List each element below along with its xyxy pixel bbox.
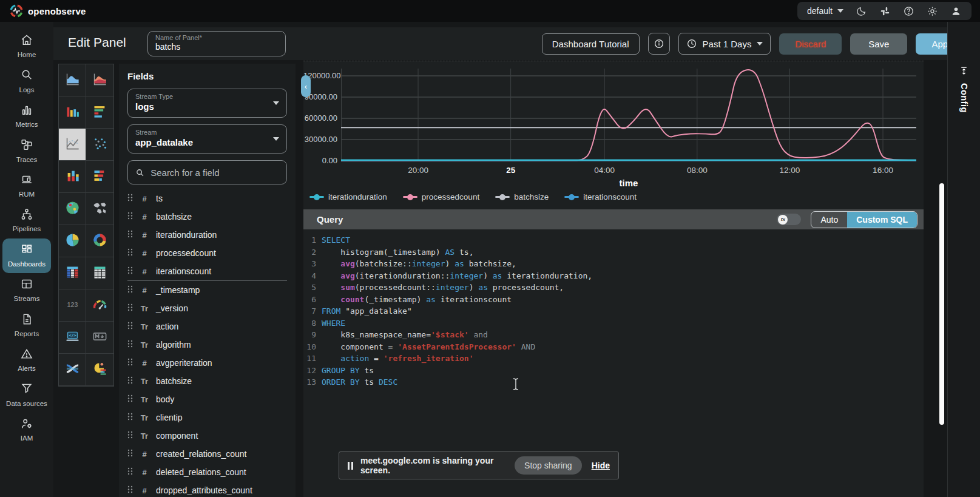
slack-icon[interactable] [879,5,891,17]
field-search-input[interactable] [150,167,279,178]
legend-item-batchsize[interactable]: batchsize [495,192,549,201]
discard-button[interactable]: Discard [779,33,842,55]
query-mode-custom-sql[interactable]: Custom SQL [847,212,917,228]
drag-handle-icon [127,321,133,332]
line-number: 10 [303,341,322,353]
drag-handle-icon [127,285,133,296]
field-item-batchsize[interactable]: Tr batchsize [127,372,287,390]
stream-select[interactable]: Stream app_datalake [127,124,287,154]
scatter-chart-icon [92,135,108,154]
help-icon[interactable] [903,5,914,17]
chart-type-bar[interactable] [59,96,86,129]
field-item-avgperiteration[interactable]: # avgperiteration [127,354,287,372]
field-item-algorithm[interactable]: Tr algorithm [127,336,287,354]
profile-icon[interactable] [950,5,962,17]
chart-type-h-stacked[interactable] [86,161,113,193]
chart-type-geomap[interactable] [59,193,86,225]
stop-sharing-button[interactable]: Stop sharing [515,456,582,475]
config-panel-tab[interactable]: Config [947,22,980,497]
chart-type-sankey[interactable] [59,354,86,386]
field-item-batchsize[interactable]: # batchsize [127,208,287,226]
legend-item-processedcount[interactable]: processedcount [403,192,479,201]
sidebar-item-dashboards[interactable]: Dashboards [2,238,51,273]
field-item-dropped_attributes_count[interactable]: # dropped_attributes_count [127,481,287,497]
hide-banner-link[interactable]: Hide [592,461,610,470]
info-icon [654,38,664,49]
panel-main: 120000.0090000.0060000.0030000.000.00 20… [303,61,924,497]
collapse-fields-button[interactable]: ‹ [301,75,311,97]
sidebar-item-data-sources[interactable]: Data sources [0,377,53,412]
edit-panel-header: Edit Panel Name of Panel* batchs Dashboa… [53,27,980,60]
chart-plot[interactable] [341,69,916,163]
stream-type-select[interactable]: Stream Type logs [127,89,287,118]
sidebar-item-alerts[interactable]: Alerts [0,343,53,377]
chart-type-html[interactable]: </> [59,322,86,354]
chart-type-metric[interactable]: 123 [59,289,86,322]
chart-type-line[interactable] [59,129,86,161]
legend-marker-icon [309,194,324,200]
sql-line: 13 ORDER BY ts DESC [303,376,924,388]
dashboard-tutorial-button[interactable]: Dashboard Tutorial [542,33,640,55]
field-name: processedcount [156,248,216,258]
chart-type-donut[interactable] [86,225,113,257]
field-name: component [156,431,198,441]
drag-handle-icon [127,303,133,314]
sidebar-item-traces[interactable]: Traces [0,134,53,168]
chart-type-markdown[interactable] [86,322,113,354]
field-item-iterationduration[interactable]: # iterationduration [127,226,287,244]
field-item-created_relations_count[interactable]: # created_relations_count [127,445,287,463]
sidebar-item-reports[interactable]: Reports [0,308,53,343]
chart-type-table-dynamic[interactable] [59,257,86,289]
top-bar: openobserve default [0,0,980,22]
drag-handle-icon [127,448,133,459]
sidebar-item-logs[interactable]: Logs [0,64,53,98]
header-actions: Dashboard Tutorial Past 1 Days Discard S… [542,32,970,56]
field-item-_version[interactable]: Tr _version [127,299,287,317]
vrl-function-toggle[interactable]: fx [777,214,801,225]
scrollbar-thumb[interactable] [939,183,944,425]
chart-type-gauge[interactable] [86,289,113,322]
info-button[interactable] [648,33,670,55]
chart-type-stacked[interactable] [59,161,86,193]
pause-icon [348,462,353,470]
chart-type-custom-chart[interactable] [86,354,113,386]
sql-editor[interactable]: 1 SELECT 2 histogram(_timestamp) AS ts, … [303,229,924,388]
sidebar-item-rum[interactable]: RUM [0,169,53,203]
chart-type-table[interactable] [86,257,113,289]
rum-icon [20,173,33,188]
query-mode-auto[interactable]: Auto [811,212,847,228]
field-item-deleted_relations_count[interactable]: # deleted_relations_count [127,463,287,481]
org-selector[interactable]: default [807,6,843,16]
chart-type-scatter[interactable] [86,129,113,161]
chart-type-maps[interactable] [86,193,113,225]
sidebar-item-home[interactable]: Home [0,29,53,64]
panel-name-input[interactable]: Name of Panel* batchs [147,31,286,56]
sidebar-item-streams[interactable]: Streams [0,273,53,308]
sidebar-item-pipelines[interactable]: Pipelines [0,203,53,238]
chart-type-pie[interactable] [59,225,86,257]
settings-icon[interactable] [927,5,938,17]
field-item-iterationscount[interactable]: # iterationscount [127,262,287,280]
field-item-ts[interactable]: # ts [127,189,287,208]
chart-type-area-stacked[interactable] [86,64,113,96]
field-item-component[interactable]: Tr component [127,427,287,445]
dark-mode-icon[interactable] [856,5,867,17]
field-item-action[interactable]: Tr action [127,317,287,336]
field-item-body[interactable]: Tr body [127,390,287,408]
series-processedcount [341,70,916,161]
field-item-_timestamp[interactable]: # _timestamp [127,281,287,299]
field-item-processedcount[interactable]: # processedcount [127,244,287,262]
legend-item-iterationduration[interactable]: iterationduration [309,192,387,201]
field-item-clientip[interactable]: Tr clientip [127,408,287,427]
legend-label: iterationduration [328,192,387,201]
sidebar-item-metrics[interactable]: Metrics [0,99,53,134]
sidebar-item-iam[interactable]: IAM [0,413,53,447]
chart-type-area[interactable] [59,64,86,96]
drag-handle-icon [127,430,133,441]
legend-item-iterationscount[interactable]: iterationscount [564,192,637,201]
legend-marker-icon [403,194,417,200]
sql-line: 3 avg(batchsize::integer) as batchsize, [303,258,924,270]
save-button[interactable]: Save [850,33,907,55]
time-range-selector[interactable]: Past 1 Days [678,33,771,55]
chart-type-h-bar[interactable] [86,96,113,129]
